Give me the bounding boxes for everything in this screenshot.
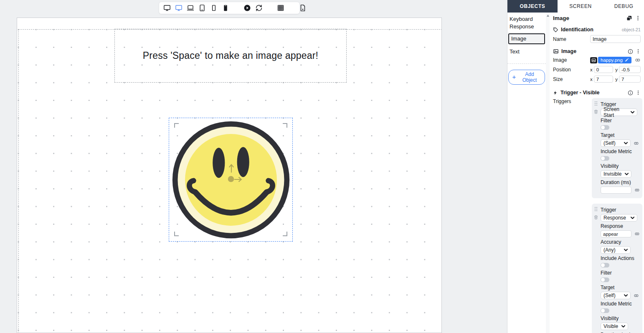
monitor-icon[interactable] [175,4,183,12]
screen-canvas[interactable]: Press 'Space' to make an image appear! [17,18,442,333]
image-field-label: Image [553,57,590,63]
properties-panel: Image Identification object-21 Name [550,13,644,333]
edit-pencil-icon[interactable] [625,58,629,62]
filter-label: Filter [601,270,640,276]
include-metric-toggle[interactable] [601,308,609,313]
image-thumb-icon[interactable] [590,57,597,63]
more-options-icon[interactable] [636,90,641,95]
position-x-input[interactable] [594,66,613,73]
desktop-icon[interactable] [163,4,171,12]
accuracy-label: Accuracy [601,239,640,245]
info-icon[interactable] [628,90,633,96]
phone-filled-icon[interactable] [222,4,229,12]
trigger-select[interactable]: Screen Start [601,108,637,116]
target-select[interactable]: (Self) [601,292,631,299]
chevron-down-icon [624,249,628,251]
duration-ms-input[interactable] [601,187,631,194]
object-item-image[interactable]: Image [508,33,545,44]
more-options-icon[interactable] [635,15,641,21]
trigger-card: TriggerScreen StartFilterTarget(Self)Inc… [592,98,642,198]
tab-screen[interactable]: SCREEN [558,0,603,13]
link-icon[interactable] [634,293,639,298]
accuracy-select[interactable]: (Any) [601,246,631,254]
triggers-label: Triggers [553,98,592,333]
trash-icon[interactable] [593,109,598,114]
refresh-icon[interactable] [255,4,263,12]
smiley-image[interactable] [170,119,292,241]
lightning-icon [553,90,558,96]
link-icon[interactable] [634,187,640,193]
size-y-input[interactable] [619,76,641,83]
include-actions-label: Include Actions [601,255,640,261]
image-file-name: happy.png [601,58,623,63]
chevron-down-icon [624,294,628,297]
include-actions-toggle[interactable] [601,263,609,267]
inspector-panel: OBJECTSSCREENDEBUG Keyboard ResponseImag… [507,0,644,333]
visibility-label: Visibility [601,163,640,169]
trigger-card: TriggerResponseResponseAccuracy(Any)Incl… [592,204,642,333]
pos-x-axis-label: x [590,67,593,72]
play-icon[interactable] [243,4,251,12]
grid-icon[interactable] [277,4,284,12]
link-icon[interactable] [634,141,639,146]
selected-object-title: Image [553,15,569,21]
tag-icon [553,27,558,33]
position-y-input[interactable] [619,66,641,73]
tab-debug[interactable]: DEBUG [603,0,644,13]
size-x-axis-label: x [590,77,593,82]
add-object-button[interactable]: Add Object [508,70,545,85]
target-label: Target [601,132,640,138]
image-icon [553,48,559,54]
more-options-icon[interactable] [636,49,641,54]
object-item-keyboard-response[interactable]: Keyboard Response [507,13,546,32]
tablet-icon[interactable] [198,4,206,12]
chevron-down-icon [621,325,625,328]
filter-toggle[interactable] [601,278,609,282]
size-y-axis-label: y [615,77,618,82]
pos-y-axis-label: y [615,67,618,72]
image-object-selection[interactable] [169,118,293,242]
drag-handle-icon[interactable] [594,207,598,212]
include-metric-toggle[interactable] [601,156,609,161]
duplicate-icon[interactable] [626,15,632,21]
name-input[interactable] [590,35,641,43]
image-file-chip[interactable]: happy.png [598,57,631,63]
identification-section-label: Identification [561,27,593,33]
link-icon[interactable] [635,57,641,63]
include-metric-label: Include Metric [601,301,640,307]
laptop-icon[interactable] [187,4,194,12]
include-metric-label: Include Metric [601,149,640,154]
visibility-select[interactable]: Visible [601,323,628,330]
trigger-select[interactable]: Response [601,214,637,222]
filter-toggle[interactable] [601,125,609,130]
response-input[interactable] [601,230,631,237]
trash-icon[interactable] [593,214,598,220]
response-label: Response [601,223,640,229]
link-icon[interactable] [634,231,640,237]
object-id: object-21 [622,27,641,32]
text-object[interactable]: Press 'Space' to make an image appear! [114,29,347,83]
tab-objects[interactable]: OBJECTS [507,0,558,13]
scroll-up-icon[interactable] [547,15,549,17]
phone-icon[interactable] [210,4,218,12]
chevron-down-icon [631,111,634,114]
duration-ms-label: Duration (ms) [601,179,640,185]
target-label: Target [601,285,640,290]
trigger-label: Trigger [601,207,640,213]
objects-list: Keyboard ResponseImageTextAdd Object [507,13,546,333]
position-label: Position [553,67,590,73]
chevron-down-icon [624,142,628,144]
size-label: Size [553,76,590,82]
trigger-section-label: Trigger - Visible [560,90,600,96]
filter-label: Filter [601,118,640,124]
info-icon[interactable] [628,49,633,54]
file-icon[interactable] [299,4,307,12]
object-item-text[interactable]: Text [507,46,546,57]
drag-handle-icon[interactable] [594,101,598,106]
chevron-down-icon [631,217,634,219]
visibility-select[interactable]: Invisible [601,170,631,178]
size-x-input[interactable] [594,76,613,83]
device-toolbar [159,2,300,14]
objects-scrollbar[interactable] [546,13,550,333]
target-select[interactable]: (Self) [601,139,631,147]
